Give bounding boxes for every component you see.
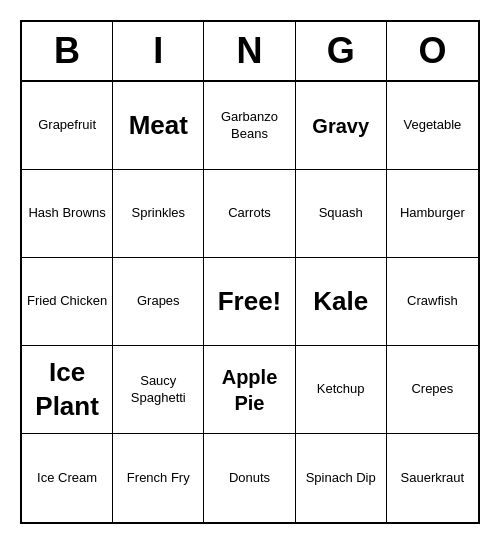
bingo-cell: Saucy Spaghetti <box>113 346 204 434</box>
header-letter: G <box>296 22 387 80</box>
bingo-cell: Vegetable <box>387 82 478 170</box>
bingo-cell: Sauerkraut <box>387 434 478 522</box>
bingo-cell: Ice Plant <box>22 346 113 434</box>
bingo-cell: Free! <box>204 258 295 346</box>
bingo-cell: Fried Chicken <box>22 258 113 346</box>
bingo-cell: Grapefruit <box>22 82 113 170</box>
bingo-cell: Gravy <box>296 82 387 170</box>
bingo-grid: GrapefruitMeatGarbanzo BeansGravyVegetab… <box>22 82 478 522</box>
header-letter: I <box>113 22 204 80</box>
bingo-cell: Ketchup <box>296 346 387 434</box>
bingo-cell: Kale <box>296 258 387 346</box>
bingo-cell: Garbanzo Beans <box>204 82 295 170</box>
bingo-cell: Meat <box>113 82 204 170</box>
header-letter: N <box>204 22 295 80</box>
bingo-cell: Hamburger <box>387 170 478 258</box>
header-letter: B <box>22 22 113 80</box>
bingo-header: BINGO <box>22 22 478 82</box>
bingo-cell: Apple Pie <box>204 346 295 434</box>
bingo-cell: Ice Cream <box>22 434 113 522</box>
bingo-card: BINGO GrapefruitMeatGarbanzo BeansGravyV… <box>20 20 480 524</box>
bingo-cell: Spinach Dip <box>296 434 387 522</box>
bingo-cell: Crawfish <box>387 258 478 346</box>
bingo-cell: Hash Browns <box>22 170 113 258</box>
bingo-cell: Donuts <box>204 434 295 522</box>
bingo-cell: Carrots <box>204 170 295 258</box>
bingo-cell: French Fry <box>113 434 204 522</box>
bingo-cell: Grapes <box>113 258 204 346</box>
bingo-cell: Squash <box>296 170 387 258</box>
bingo-cell: Sprinkles <box>113 170 204 258</box>
bingo-cell: Crepes <box>387 346 478 434</box>
header-letter: O <box>387 22 478 80</box>
